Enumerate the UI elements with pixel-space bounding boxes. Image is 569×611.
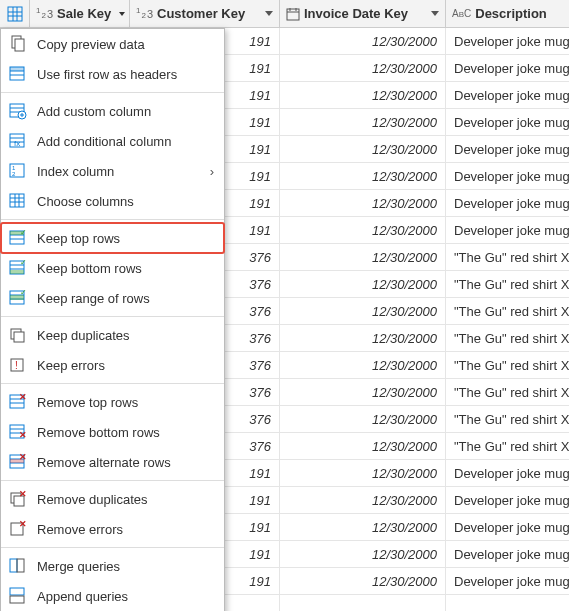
description-cell: "The Gu" red shirt X <box>446 271 569 297</box>
menu-item-rm-top[interactable]: ✕Remove top rows <box>1 387 224 417</box>
invoice-date-cell: 12/30/2000 <box>280 379 446 405</box>
keep-range-icon: ✓ <box>9 289 27 307</box>
invoice-date-cell: 12/30/2000 <box>280 55 446 81</box>
description-cell: "The Gu" red shirt X <box>446 352 569 378</box>
menu-item-label: Remove errors <box>37 522 214 537</box>
menu-separator <box>1 92 224 93</box>
menu-item-label: Use first row as headers <box>37 67 214 82</box>
sort-desc-icon <box>119 12 125 16</box>
menu-item-keep-range[interactable]: ✓Keep range of rows <box>1 283 224 313</box>
svg-rect-70 <box>10 559 17 572</box>
col-header-invoice-date[interactable]: Invoice Date Key <box>280 0 446 27</box>
add-col-icon <box>9 102 27 120</box>
invoice-date-cell: 12/30/2000 <box>280 244 446 270</box>
menu-item-label: Keep errors <box>37 358 214 373</box>
invoice-date-cell: 12/30/2000 <box>280 406 446 432</box>
menu-item-keep-err[interactable]: !Keep errors <box>1 350 224 380</box>
menu-item-rm-alt[interactable]: ✕Remove alternate rows <box>1 447 224 477</box>
keep-top-icon: ✓ <box>9 229 27 247</box>
menu-item-choose-cols[interactable]: Choose columns <box>1 186 224 216</box>
svg-text:✕: ✕ <box>19 393 27 402</box>
menu-item-label: Copy preview data <box>37 37 214 52</box>
svg-text:2: 2 <box>12 171 16 177</box>
menu-item-append[interactable]: Append queries <box>1 581 224 611</box>
rm-bottom-icon: ✕ <box>9 423 27 441</box>
menu-separator <box>1 547 224 548</box>
menu-item-label: Index column <box>37 164 200 179</box>
invoice-date-cell: 12/30/2000 <box>280 487 446 513</box>
menu-item-rm-err[interactable]: ✕Remove errors <box>1 514 224 544</box>
col-header-customer-key[interactable]: 123 Customer Key <box>130 0 280 27</box>
menu-item-keep-dup[interactable]: Keep duplicates <box>1 320 224 350</box>
svg-text:✓: ✓ <box>20 259 27 267</box>
invoice-date-cell: 12/30/2000 <box>280 541 446 567</box>
column-header-row: 123 Sale Key 123 Customer Key Invoice Da… <box>0 0 569 28</box>
description-cell: "The Gu" red shirt X <box>446 325 569 351</box>
rownum-header[interactable] <box>0 0 30 27</box>
text-type-icon: ABC <box>452 8 471 19</box>
menu-item-merge[interactable]: Merge queries <box>1 551 224 581</box>
menu-item-rm-dup[interactable]: ✕Remove duplicates <box>1 484 224 514</box>
col-label: Sale Key <box>57 6 111 21</box>
menu-item-copy[interactable]: Copy preview data <box>1 29 224 59</box>
invoice-date-cell: 12/30/2000 <box>280 190 446 216</box>
invoice-date-cell <box>280 595 446 611</box>
menu-item-label: Append queries <box>37 589 214 604</box>
col-header-sale-key[interactable]: 123 Sale Key <box>30 0 130 27</box>
menu-item-cond-col[interactable]: fxAdd conditional column <box>1 126 224 156</box>
svg-rect-49 <box>14 332 24 342</box>
svg-text:fx: fx <box>14 139 20 148</box>
invoice-date-cell: 12/30/2000 <box>280 514 446 540</box>
description-cell: "The Gu" red shirt X <box>446 244 569 270</box>
index-col-icon: 12 <box>9 162 27 180</box>
svg-text:✕: ✕ <box>19 453 27 462</box>
menu-item-index-col[interactable]: 12Index column› <box>1 156 224 186</box>
description-cell: Developer joke mug <box>446 217 569 243</box>
svg-rect-0 <box>8 7 22 21</box>
table-context-menu: Copy preview dataUse first row as header… <box>0 28 225 611</box>
svg-rect-10 <box>15 39 24 51</box>
menu-separator <box>1 480 224 481</box>
menu-item-add-col[interactable]: Add custom column <box>1 96 224 126</box>
filter-dropdown-icon[interactable] <box>431 11 439 16</box>
description-cell <box>446 595 569 611</box>
svg-text:✕: ✕ <box>19 490 27 499</box>
rm-alt-icon: ✕ <box>9 453 27 471</box>
svg-rect-41 <box>10 270 24 274</box>
col-header-description[interactable]: ABC Description <box>446 0 569 27</box>
int-type-icon: 123 <box>136 8 153 20</box>
svg-text:!: ! <box>15 360 18 371</box>
menu-separator <box>1 219 224 220</box>
description-cell: "The Gu" red shirt X <box>446 433 569 459</box>
svg-text:✕: ✕ <box>19 520 27 529</box>
col-label: Customer Key <box>157 6 245 21</box>
invoice-date-cell: 12/30/2000 <box>280 352 446 378</box>
menu-item-label: Keep top rows <box>37 231 214 246</box>
svg-text:✓: ✓ <box>20 229 27 237</box>
menu-item-label: Choose columns <box>37 194 214 209</box>
menu-item-keep-bottom[interactable]: ✓Keep bottom rows <box>1 253 224 283</box>
invoice-date-cell: 12/30/2000 <box>280 136 446 162</box>
menu-item-rm-bottom[interactable]: ✕Remove bottom rows <box>1 417 224 447</box>
menu-item-first-row-hdr[interactable]: Use first row as headers <box>1 59 224 89</box>
description-cell: Developer joke mug <box>446 487 569 513</box>
menu-item-keep-top[interactable]: ✓Keep top rows <box>1 223 224 253</box>
svg-rect-14 <box>10 67 24 71</box>
svg-text:✓: ✓ <box>20 289 27 297</box>
invoice-date-cell: 12/30/2000 <box>280 271 446 297</box>
filter-dropdown-icon[interactable] <box>265 11 273 16</box>
description-cell: Developer joke mug <box>446 82 569 108</box>
svg-text:✕: ✕ <box>19 430 27 440</box>
description-cell: Developer joke mug <box>446 136 569 162</box>
invoice-date-cell: 12/30/2000 <box>280 82 446 108</box>
keep-err-icon: ! <box>9 356 27 374</box>
description-cell: Developer joke mug <box>446 514 569 540</box>
description-cell: Developer joke mug <box>446 28 569 54</box>
menu-item-label: Add conditional column <box>37 134 214 149</box>
menu-item-label: Remove top rows <box>37 395 214 410</box>
invoice-date-cell: 12/30/2000 <box>280 568 446 594</box>
chevron-right-icon: › <box>210 164 214 179</box>
menu-separator <box>1 316 224 317</box>
date-type-icon <box>286 7 300 21</box>
invoice-date-cell: 12/30/2000 <box>280 298 446 324</box>
